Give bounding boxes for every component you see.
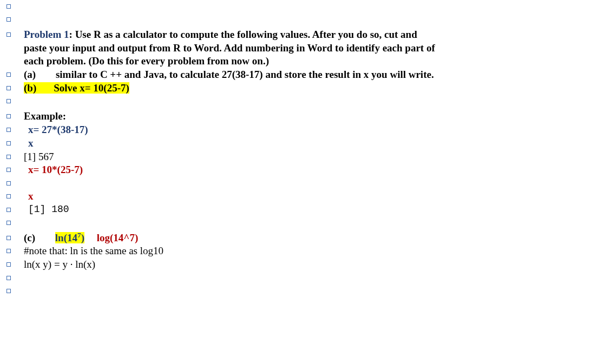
part-b: (b)Solve x= 10(25-7) xyxy=(6,82,591,95)
blank-line xyxy=(6,0,591,13)
part-b-label: (b) xyxy=(24,82,36,94)
part-a: (a) similar to C ++ and Java, to calcula… xyxy=(6,68,591,82)
note-1: #note that: ln is the same as log10 xyxy=(24,244,435,258)
part-c-ln: ln(147) xyxy=(55,232,84,243)
example-line-3: [1] 567 xyxy=(6,150,591,164)
blank-line xyxy=(6,177,591,190)
example-header-text: Example: xyxy=(24,110,435,123)
bullet-icon xyxy=(6,181,11,186)
bullet-icon xyxy=(6,86,11,90)
note-line-1: #note that: ln is the same as log10 xyxy=(6,244,591,258)
example-output-1: [1] 567 xyxy=(24,150,435,164)
bullet-icon xyxy=(6,208,11,212)
part-c-label: (c) xyxy=(24,232,35,243)
bullet-icon xyxy=(6,155,11,159)
blank-line xyxy=(6,272,591,284)
problem-statement: Problem 1: Use R as a calculator to comp… xyxy=(6,28,591,68)
blank-line xyxy=(6,13,591,26)
bullet-icon xyxy=(6,221,11,225)
problem-label: Problem 1 xyxy=(24,29,69,40)
note-2: ln(x y) = y · ln(x) xyxy=(24,258,435,272)
bullet-icon xyxy=(6,4,11,9)
example-input-3: x= 10*(25-7) xyxy=(24,163,435,177)
example-input-4: x xyxy=(24,190,435,203)
part-b-text: Solve x= 10(25-7) xyxy=(54,82,129,94)
bullet-icon xyxy=(6,114,11,118)
bullet-icon xyxy=(6,99,11,103)
example-line-1: x= 27*(38-17) xyxy=(6,123,591,137)
bullet-icon xyxy=(6,32,11,37)
bullet-icon xyxy=(6,194,11,198)
blank-line xyxy=(6,216,591,229)
problem-text: : Use R as a calculator to compute the f… xyxy=(24,29,435,67)
part-a-text: similar to C ++ and Java, to calculate 2… xyxy=(56,69,434,80)
blank-line xyxy=(6,284,591,297)
example-input-2: x xyxy=(24,137,435,150)
example-input-1: x= 27*(38-17) xyxy=(24,123,435,137)
bullet-icon xyxy=(6,17,11,22)
part-c-log: log(14^7) xyxy=(97,232,138,243)
bullet-icon xyxy=(6,289,11,293)
bullet-icon xyxy=(6,236,11,240)
bullet-icon xyxy=(6,249,11,253)
example-line-2: x xyxy=(6,137,591,150)
example-line-6: [1] 180 xyxy=(6,203,591,216)
part-c: (c) ln(147) log(14^7) xyxy=(6,231,591,245)
example-line-5: x xyxy=(6,190,591,203)
bullet-icon xyxy=(6,262,11,267)
bullet-icon xyxy=(6,276,11,280)
bullet-icon xyxy=(6,72,11,77)
note-line-2: ln(x y) = y · ln(x) xyxy=(6,258,591,272)
bullet-icon xyxy=(6,141,11,145)
example-header: Example: xyxy=(6,110,591,123)
example-line-4: x= 10*(25-7) xyxy=(6,163,591,177)
blank-line xyxy=(6,95,591,108)
bullet-icon xyxy=(6,168,11,172)
part-a-label: (a) xyxy=(24,69,36,80)
example-output-2: [1] 180 xyxy=(24,203,435,216)
bullet-icon xyxy=(6,128,11,132)
